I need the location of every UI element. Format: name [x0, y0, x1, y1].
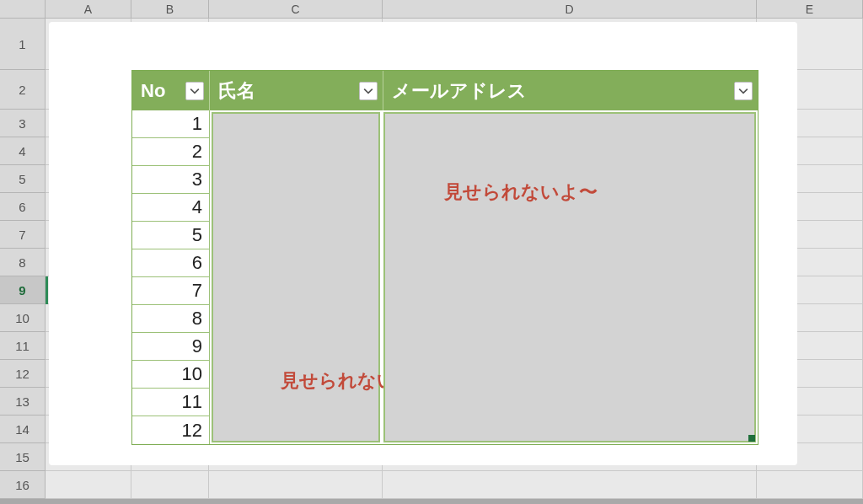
row-header-3[interactable]: 3: [0, 110, 46, 137]
row-header-1[interactable]: 1: [0, 19, 46, 70]
row-header-9[interactable]: 9: [0, 276, 46, 304]
redacted-block-mail[interactable]: 見せられないよ〜: [383, 112, 756, 442]
row-header-5[interactable]: 5: [0, 165, 46, 193]
column-header-strip: A B C D E: [0, 0, 863, 19]
row-header-11[interactable]: 11: [0, 332, 46, 360]
redacted-text-mail: 見せられないよ〜: [444, 180, 598, 205]
table-column-no: 123456789101112: [132, 110, 210, 444]
table-header-row: No 氏名 メールアドレス: [132, 71, 758, 110]
row-header-13[interactable]: 13: [0, 388, 46, 416]
table-cell-no[interactable]: 2: [132, 138, 210, 166]
filter-dropdown-name[interactable]: [359, 82, 378, 100]
row-header-15[interactable]: 15: [0, 443, 46, 471]
table-cell-no[interactable]: 7: [132, 277, 210, 305]
table-body: 123456789101112 見せられないよ〜 見せられないよ〜: [132, 110, 758, 444]
row-header-16[interactable]: 16: [0, 471, 46, 499]
row-header-4[interactable]: 4: [0, 137, 46, 165]
table-header-no[interactable]: No: [132, 71, 210, 110]
filter-dropdown-mail[interactable]: [734, 82, 753, 100]
column-header-a[interactable]: A: [46, 0, 131, 19]
table-header-mail[interactable]: メールアドレス: [383, 71, 758, 110]
column-header-b[interactable]: B: [131, 0, 209, 19]
chevron-down-icon: [190, 86, 200, 96]
selection-handle[interactable]: [748, 435, 755, 442]
data-table: No 氏名 メールアドレス 123456789101112 見: [131, 70, 758, 445]
table-header-mail-label: メールアドレス: [392, 78, 527, 104]
row-header-8[interactable]: 8: [0, 249, 46, 276]
table-cell-no[interactable]: 9: [132, 333, 210, 361]
redacted-block-name[interactable]: 見せられないよ〜: [212, 112, 380, 442]
row-header-12[interactable]: 12: [0, 360, 46, 388]
row-header-7[interactable]: 7: [0, 221, 46, 249]
row-header-6[interactable]: 6: [0, 193, 46, 221]
row-header-strip: 12345678910111213141516: [0, 19, 46, 499]
table-header-name[interactable]: 氏名: [210, 71, 383, 110]
table-header-name-label: 氏名: [218, 78, 255, 104]
select-all-corner[interactable]: [0, 0, 46, 19]
row-header-10[interactable]: 10: [0, 304, 46, 332]
chevron-down-icon: [363, 86, 373, 96]
table-cell-no[interactable]: 1: [132, 110, 210, 138]
table-cell-no[interactable]: 8: [132, 305, 210, 333]
table-cell-no[interactable]: 10: [132, 361, 210, 389]
row-header-2[interactable]: 2: [0, 70, 46, 110]
filter-dropdown-no[interactable]: [185, 82, 204, 100]
chevron-down-icon: [738, 86, 748, 96]
table-cell-no[interactable]: 6: [132, 249, 210, 277]
row-header-14[interactable]: 14: [0, 416, 46, 443]
table-header-no-label: No: [141, 80, 165, 102]
column-header-d[interactable]: D: [383, 0, 757, 19]
table-cell-no[interactable]: 5: [132, 222, 210, 249]
table-cell-no[interactable]: 12: [132, 416, 210, 444]
table-cell-no[interactable]: 11: [132, 389, 210, 416]
spreadsheet: A B C D E 12345678910111213141516 No 氏名: [0, 0, 863, 504]
column-header-e[interactable]: E: [757, 0, 863, 19]
column-header-c[interactable]: C: [209, 0, 383, 19]
active-cell-marker: [46, 276, 48, 304]
table-cell-no[interactable]: 3: [132, 166, 210, 194]
table-cell-no[interactable]: 4: [132, 194, 210, 222]
